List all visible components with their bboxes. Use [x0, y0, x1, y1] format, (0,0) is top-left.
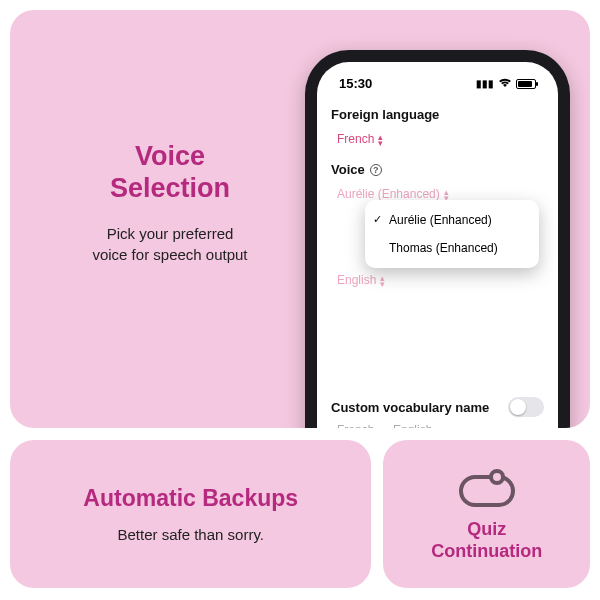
- custom-vocab-toggle[interactable]: [508, 397, 544, 417]
- dropdown-option-label: Aurélie (Enhanced): [389, 213, 492, 227]
- help-icon[interactable]: ?: [370, 164, 382, 176]
- voice-label: Voice: [331, 162, 365, 177]
- subtitle-line: voice for speech output: [92, 246, 247, 263]
- bottom-cards: Automatic Backups Better safe than sorry…: [10, 440, 590, 588]
- loop-icon: [456, 465, 518, 511]
- dropdown-option[interactable]: Thomas (Enhanced): [365, 234, 539, 262]
- backup-subtitle: Better safe than sorry.: [117, 526, 263, 543]
- status-time: 15:30: [339, 76, 372, 91]
- battery-icon: [516, 79, 536, 89]
- dropdown-option[interactable]: Aurélie (Enhanced): [365, 206, 539, 234]
- second-language-value: English: [337, 273, 376, 287]
- voice-selection-text: Voice Selection Pick your preferred voic…: [10, 10, 290, 428]
- title-line: Selection: [110, 173, 230, 203]
- voice-value: Aurélie (Enhanced): [337, 187, 440, 201]
- card-title: Voice Selection: [50, 140, 290, 205]
- quiz-title-line: Quiz: [467, 519, 506, 539]
- voice-dropdown[interactable]: Aurélie (Enhanced) Thomas (Enhanced): [365, 200, 539, 268]
- voice-label-row: Voice ?: [331, 162, 544, 177]
- quiz-title-line: Continuation: [431, 541, 542, 561]
- quiz-title: Quiz Continuation: [431, 519, 542, 562]
- voice-selection-card: Voice Selection Pick your preferred voic…: [10, 10, 590, 428]
- custom-vocab-value: French — English: [331, 417, 544, 428]
- status-bar: 15:30 ▮▮▮: [331, 72, 544, 101]
- card-subtitle: Pick your preferred voice for speech out…: [50, 223, 290, 265]
- phone-mockup: 15:30 ▮▮▮ Foreign language French ▴▾ Voi…: [305, 50, 570, 428]
- phone-screen: 15:30 ▮▮▮ Foreign language French ▴▾ Voi…: [317, 62, 558, 428]
- status-icons: ▮▮▮: [476, 76, 536, 91]
- chevron-updown-icon: ▴▾: [380, 275, 385, 287]
- svg-point-1: [491, 471, 503, 483]
- second-language-select[interactable]: English ▴▾: [331, 269, 544, 297]
- title-line: Voice: [135, 141, 205, 171]
- foreign-language-select[interactable]: French ▴▾: [331, 128, 544, 156]
- chevron-updown-icon: ▴▾: [378, 134, 383, 146]
- wifi-icon: [498, 76, 512, 91]
- dropdown-option-label: Thomas (Enhanced): [389, 241, 498, 255]
- signal-icon: ▮▮▮: [476, 78, 494, 89]
- foreign-language-value: French: [337, 132, 374, 146]
- custom-vocab-label: Custom vocabulary name: [331, 400, 489, 415]
- svg-rect-0: [461, 477, 513, 505]
- foreign-language-label: Foreign language: [331, 107, 544, 122]
- subtitle-line: Pick your preferred: [107, 225, 234, 242]
- quiz-continuation-card: Quiz Continuation: [383, 440, 590, 588]
- custom-vocab-row: Custom vocabulary name: [331, 397, 544, 417]
- backup-title: Automatic Backups: [83, 485, 298, 512]
- automatic-backups-card: Automatic Backups Better safe than sorry…: [10, 440, 371, 588]
